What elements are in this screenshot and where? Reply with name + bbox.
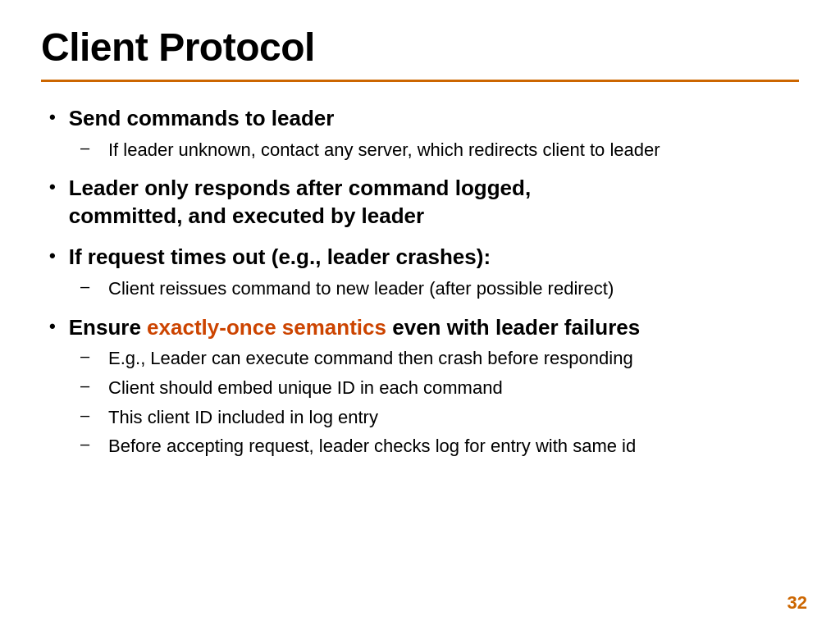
bullet-text-4: Ensure exactly-once semantics even with … <box>69 314 641 342</box>
sub-item-1-1: – If leader unknown, contact any server,… <box>80 138 799 162</box>
highlight-text: exactly-once semantics <box>147 315 386 340</box>
sub-item-3-1: – Client reissues command to new leader … <box>80 276 799 301</box>
bullet-dot-2: • <box>49 176 56 198</box>
bullet-4: • Ensure exactly-once semantics even wit… <box>49 314 799 459</box>
sub-dash-4-4: – <box>80 435 97 454</box>
sub-dash-1-1: – <box>80 139 97 158</box>
sub-item-4-3: – This client ID included in log entry <box>80 405 799 430</box>
sub-text-4-2: Client should embed unique ID in each co… <box>108 376 503 400</box>
sub-item-4-1: – E.g., Leader can execute command then … <box>80 346 799 371</box>
sub-item-4-4: – Before accepting request, leader check… <box>80 434 799 459</box>
title-divider <box>41 80 799 82</box>
sub-dash-3-1: – <box>80 277 97 296</box>
content-area: • Send commands to leader – If leader un… <box>41 105 799 459</box>
sub-item-4-2: – Client should embed unique ID in each … <box>80 376 799 400</box>
bullet-text-1: Send commands to leader <box>69 105 335 133</box>
sub-text-4-1: E.g., Leader can execute command then cr… <box>108 346 633 371</box>
bullet-text-3: If request times out (e.g., leader crash… <box>69 244 491 272</box>
sub-text-4-4: Before accepting request, leader checks … <box>108 434 636 459</box>
bullet-3: • If request times out (e.g., leader cra… <box>49 244 799 300</box>
sub-text-1-1: If leader unknown, contact any server, w… <box>108 138 660 162</box>
bullet-1: • Send commands to leader – If leader un… <box>49 105 799 162</box>
sub-text-3-1: Client reissues command to new leader (a… <box>108 276 614 301</box>
bullet-text-2: Leader only responds after command logge… <box>69 175 531 231</box>
sub-dash-4-1: – <box>80 347 97 366</box>
slide: Client Protocol • Send commands to leade… <box>0 0 840 630</box>
bullet-2: • Leader only responds after command log… <box>49 175 799 231</box>
sub-text-4-3: This client ID included in log entry <box>108 405 378 430</box>
bullet-dot-1: • <box>49 107 56 128</box>
page-number: 32 <box>788 592 807 614</box>
bullet-dot-3: • <box>49 245 56 267</box>
bullet-dot-4: • <box>49 316 56 337</box>
slide-title: Client Protocol <box>41 25 799 70</box>
sub-dash-4-3: – <box>80 406 97 425</box>
sub-dash-4-2: – <box>80 377 97 395</box>
